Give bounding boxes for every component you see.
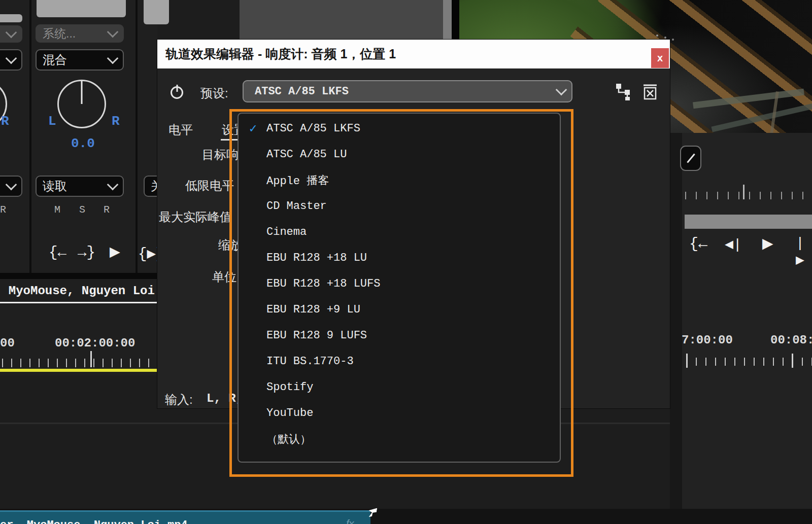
power-icon[interactable] — [171, 86, 183, 99]
dialog-title: 轨道效果编辑器 - 响度计: 音频 1，位置 1 — [165, 46, 396, 62]
timecode-label: 00:02:00:00 — [55, 336, 135, 350]
tab-levels[interactable]: 电平 — [168, 122, 193, 138]
highlight-dot — [656, 34, 658, 37]
fader-cap[interactable] — [37, 0, 126, 17]
input-label: 输入: — [165, 392, 193, 408]
pan-right-label: R — [112, 114, 120, 129]
mix-select-partial[interactable] — [0, 49, 22, 71]
field-low-level: 低限电平 — [185, 178, 234, 194]
pan-left-label: L — [48, 114, 56, 129]
chevron-down-icon — [107, 179, 119, 190]
ruler-major-tick — [90, 351, 92, 367]
automation-select[interactable]: 读取 — [36, 176, 124, 197]
record-button-partial[interactable]: R — [0, 204, 6, 216]
divider — [29, 0, 31, 274]
timeline-clip[interactable]: er, MyoMouse, Nguyen Loi.mp4 fx — [0, 510, 370, 524]
panel-edge-dark — [452, 0, 459, 40]
app-window: R R 系统... 混合 L R 0.0 读取 M S R 关 {← →} — [0, 0, 812, 524]
fader-cap[interactable] — [0, 14, 22, 22]
time-ruler[interactable] — [2, 359, 157, 367]
horizontal-scrollbar[interactable] — [685, 215, 812, 229]
edit-button[interactable] — [680, 146, 701, 171]
annotation-highlight-rect — [229, 109, 573, 477]
output-assign-value: 系统... — [43, 26, 76, 42]
automation-value: 读取 — [43, 178, 67, 194]
ruler-major-tick — [743, 185, 745, 199]
divider — [0, 273, 157, 279]
chevron-down-icon — [6, 179, 17, 190]
output-assign-select-partial[interactable] — [0, 25, 22, 43]
pan-right-label: R — [1, 114, 9, 129]
panel-top-gray — [240, 0, 443, 39]
solo-button[interactable]: S — [79, 204, 85, 216]
clear-average-icon[interactable] — [642, 84, 658, 100]
knob-pointer — [81, 81, 83, 104]
field-max-true-peak: 最大实际峰值 — [159, 209, 232, 225]
dialog-titlebar[interactable]: 轨道效果编辑器 - 响度计: 音频 1，位置 1 — [157, 40, 670, 68]
divider — [136, 0, 138, 274]
fader-cap[interactable] — [144, 0, 169, 24]
step-forward-button[interactable]: |▶ — [796, 235, 812, 268]
play-button[interactable]: ▶ — [762, 235, 773, 252]
chevron-down-icon — [6, 26, 17, 38]
ruler-major-tick — [686, 354, 688, 368]
routing-icon[interactable] — [616, 83, 632, 100]
chevron-down-icon — [556, 84, 567, 95]
chevron-down-icon — [6, 52, 17, 64]
record-button[interactable]: R — [104, 204, 110, 216]
chevron-down-icon — [107, 52, 119, 64]
highlight-dot — [672, 39, 674, 41]
dialog-close-button[interactable]: x — [651, 48, 669, 68]
timecode-left: 7:00:00 — [682, 333, 733, 347]
go-to-in-button[interactable]: {← — [49, 244, 66, 261]
go-to-out-button[interactable]: →} — [78, 244, 95, 261]
clip-name: er, MyoMouse, Nguyen Loi.mp4 — [0, 519, 188, 524]
panel-bg — [682, 133, 812, 509]
play-button[interactable]: ▶ — [110, 243, 120, 260]
mute-button[interactable]: M — [54, 204, 60, 216]
step-back-button[interactable]: ◀| — [725, 235, 742, 253]
monitor-zoom-ruler[interactable] — [685, 192, 812, 199]
chevron-down-icon — [107, 26, 119, 38]
go-to-in-button[interactable]: {← — [689, 235, 707, 253]
output-assign-select[interactable]: 系统... — [36, 24, 124, 43]
pan-value[interactable]: 0.0 — [71, 136, 95, 151]
bottom-strip: er, MyoMouse, Nguyen Loi.mp4 fx — [0, 509, 812, 524]
pen-icon — [687, 154, 695, 163]
playhead-line[interactable] — [0, 369, 157, 372]
track-header-underline — [0, 302, 157, 303]
monitor-panel: {← ◀| ▶ |▶ 7:00:00 00:08:0 — [670, 133, 812, 509]
panel-edge-light — [443, 0, 452, 39]
preset-select[interactable]: ATSC A/85 LKFS — [243, 80, 572, 102]
preset-label: 预设: — [200, 85, 228, 101]
mix-value: 混合 — [43, 52, 67, 68]
mix-select[interactable]: 混合 — [36, 49, 124, 71]
ruler-major-tick — [792, 354, 793, 368]
highlight-dot — [664, 37, 666, 39]
preset-value: ATSC A/85 LKFS — [255, 85, 349, 98]
timecode-partial: 00 — [0, 336, 15, 350]
fx-badge: fx — [346, 518, 354, 524]
automation-select-partial[interactable] — [0, 176, 22, 197]
timecode-right: 00:08:0 — [770, 333, 812, 347]
audio-mixer-panel: R R 系统... 混合 L R 0.0 读取 M S R 关 {← →} — [0, 0, 157, 375]
track-name[interactable]: , MyoMouse, Nguyen Loi — [0, 284, 155, 298]
pan-knob[interactable] — [57, 80, 106, 128]
